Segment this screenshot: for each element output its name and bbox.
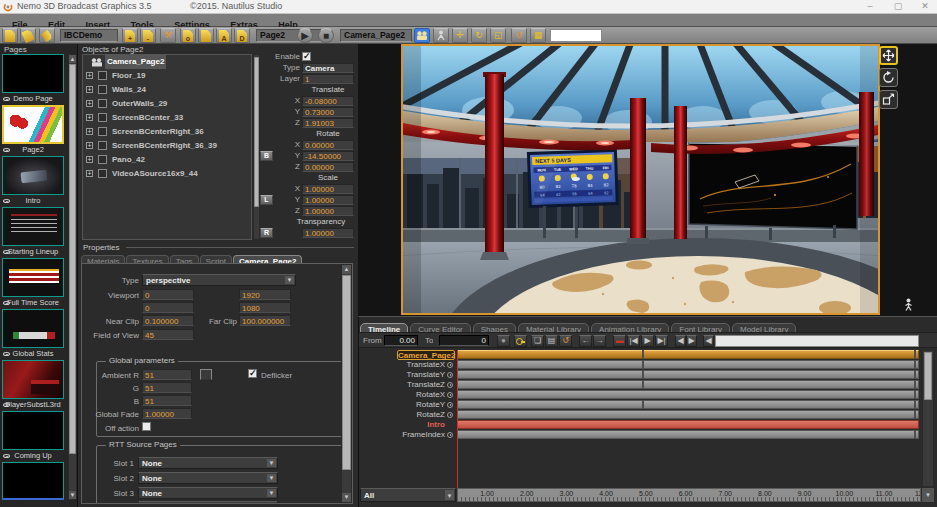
translate-z-field[interactable]: 1.91003 — [302, 118, 354, 128]
tree-item-screenbcenterright2[interactable]: +ScreenBCenterRight_36_39 — [83, 139, 251, 153]
eye-icon[interactable] — [3, 454, 10, 458]
ambient-b-field[interactable]: 51 — [142, 395, 192, 406]
object-checkbox[interactable] — [98, 113, 107, 122]
bound-button[interactable]: B — [260, 151, 273, 161]
track-bar-frameindex[interactable] — [457, 430, 919, 439]
translate-x-field[interactable]: -0.08000 — [302, 96, 354, 106]
rotate-z-field[interactable]: 0.00000 — [302, 162, 354, 172]
go-to-start-icon[interactable]: |◀ — [627, 335, 640, 347]
timeline-ruler[interactable]: 1.00 2.00 3.00 4.00 5.00 6.00 7.00 8.00 … — [457, 488, 921, 502]
scroll-down-icon[interactable]: ▼ — [69, 491, 76, 499]
track-bar-rotatex[interactable] — [457, 390, 919, 399]
expander-icon[interactable]: + — [86, 72, 93, 79]
object-checkbox[interactable] — [98, 99, 107, 108]
page-animation-icon[interactable]: A — [216, 28, 232, 43]
keyframe-marker[interactable] — [914, 410, 916, 419]
page-thumbnail-partial[interactable] — [2, 462, 64, 500]
track-label-translatex[interactable]: TranslateX — [359, 360, 455, 370]
slot1-dropdown[interactable]: None▼ — [138, 457, 278, 469]
viewport-x-field[interactable]: 0 — [142, 289, 194, 300]
object-checkbox[interactable] — [98, 85, 107, 94]
play-icon[interactable]: ▶ — [297, 28, 313, 43]
camera-view-icon[interactable] — [414, 28, 430, 43]
project-selector[interactable]: IBCDemo — [60, 29, 118, 42]
scale-tool-icon[interactable]: ◱ — [490, 28, 506, 43]
viewport-y-field[interactable]: 0 — [142, 302, 194, 313]
properties-scrollbar-thumb[interactable] — [342, 275, 351, 470]
tree-item-floor[interactable]: +Floor_19 — [83, 69, 251, 83]
page-data-icon[interactable]: D — [234, 28, 250, 43]
page-blank-icon[interactable] — [198, 28, 214, 43]
slot4-dropdown-partial[interactable] — [138, 501, 278, 504]
object-checkbox[interactable] — [98, 155, 107, 164]
page-thumbnail-global-stats[interactable] — [2, 309, 64, 348]
page-thumbnail-page2[interactable] — [2, 105, 64, 144]
track-bar-translatex[interactable] — [457, 360, 919, 369]
track-label-intro[interactable]: Intro — [359, 420, 455, 430]
to-field[interactable]: 0 — [439, 335, 489, 346]
track-label-translatez[interactable]: TranslateZ — [359, 380, 455, 390]
layer-field[interactable]: 1 — [302, 74, 354, 84]
track-label-rotatez[interactable]: RotateZ — [359, 410, 455, 420]
track-filter-dropdown[interactable]: All▼ — [360, 488, 456, 502]
keyframe-marker[interactable] — [914, 370, 916, 379]
keyframe-marker[interactable] — [914, 400, 916, 409]
expander-icon[interactable]: + — [86, 114, 93, 121]
page-item-global-stats[interactable]: Global Stats — [0, 348, 66, 360]
animate-icon[interactable]: ↺ — [511, 28, 527, 43]
rotate-tool-icon[interactable]: ↻ — [471, 28, 487, 43]
play-timeline-icon[interactable]: ▶ — [641, 335, 654, 347]
slot3-dropdown[interactable]: None▼ — [138, 487, 278, 499]
keyframe-marker[interactable] — [914, 390, 916, 399]
add-key-icon[interactable] — [514, 335, 527, 347]
track-bar-camera[interactable] — [457, 350, 919, 359]
page-item-full-time-score[interactable]: Full Time Score — [0, 297, 66, 309]
page-thumbnail-coming-up[interactable] — [2, 411, 64, 450]
stop-icon[interactable]: ■ — [318, 28, 334, 43]
snap-grid-icon[interactable]: ▦ — [530, 28, 546, 43]
tree-item-camera[interactable]: Camera_Page2 — [83, 55, 251, 69]
go-to-end-icon[interactable]: ▶| — [655, 335, 668, 347]
object-checkbox[interactable] — [98, 127, 107, 136]
slot2-dropdown[interactable]: None▼ — [138, 472, 278, 484]
scale-x-field[interactable]: 1.00000 — [302, 184, 354, 194]
tree-item-walls[interactable]: +Walls_24 — [83, 83, 251, 97]
step-forward-icon[interactable]: → — [593, 335, 606, 347]
near-clip-field[interactable]: 0.100000 — [142, 315, 194, 326]
presenter-icon[interactable] — [903, 298, 914, 311]
reset-button[interactable]: R — [260, 228, 273, 238]
eye-icon[interactable] — [3, 250, 10, 254]
expander-icon[interactable]: + — [86, 170, 93, 177]
scale-y-field[interactable]: 1.00000 — [302, 195, 354, 205]
tree-item-screenbcenterright[interactable]: +ScreenBCenterRight_36 — [83, 125, 251, 139]
record-icon[interactable]: ● — [497, 335, 510, 347]
ambient-g-field[interactable]: 51 — [142, 382, 192, 393]
rotate-y-field[interactable]: -14.50000 — [302, 151, 354, 161]
color-swatch-button[interactable] — [200, 369, 212, 380]
scale-z-field[interactable]: 1.00000 — [302, 206, 354, 216]
scroll-up-icon[interactable]: ▲ — [342, 265, 351, 274]
lock-button[interactable]: L — [260, 195, 273, 205]
page-item-playersubst[interactable]: PlayerSubstL3rd — [0, 399, 66, 411]
transparency-field[interactable]: 1.00000 — [302, 228, 354, 238]
paste-icon[interactable]: ▤ — [545, 335, 558, 347]
keyframe-marker[interactable] — [914, 360, 916, 369]
page-item-intro[interactable]: Intro — [0, 195, 66, 207]
page-item-page2[interactable]: Page2 — [0, 144, 66, 156]
expander-icon[interactable]: + — [86, 128, 93, 135]
maximize-button[interactable]: ▢ — [888, 0, 908, 13]
deflicker-checkbox[interactable] — [248, 369, 257, 378]
viewport-width-field[interactable]: 1920 — [239, 289, 291, 300]
scroll-left-icon[interactable]: ◀ — [675, 335, 686, 347]
tree-scrollbar-thumb[interactable] — [254, 57, 259, 207]
timeline-scrollbar-thumb[interactable] — [924, 352, 932, 400]
save-project-icon[interactable] — [39, 28, 55, 43]
add-page-icon[interactable]: + — [122, 28, 138, 43]
scroll-up-icon[interactable]: ▲ — [69, 55, 76, 63]
remove-page-icon[interactable]: - — [140, 28, 156, 43]
eye-icon[interactable] — [3, 97, 10, 101]
minimize-button[interactable]: – — [860, 0, 880, 13]
fov-field[interactable]: 45 — [142, 329, 194, 340]
eye-icon[interactable] — [3, 301, 10, 305]
keyframe-marker[interactable] — [914, 430, 916, 439]
